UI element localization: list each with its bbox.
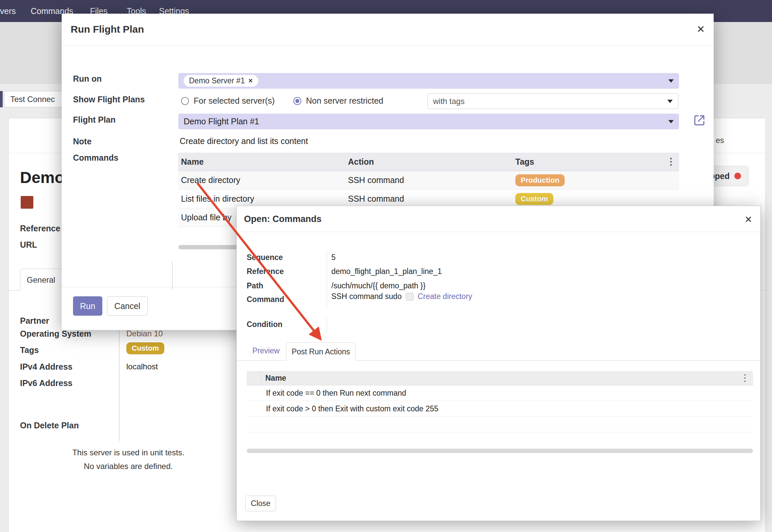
table-row[interactable]: If exit code == 0 then Run next command bbox=[247, 385, 753, 401]
flight-plan-value: Demo Flight Plan #1 bbox=[184, 117, 259, 126]
status-dot-icon bbox=[734, 173, 741, 179]
field-label-on-delete-plan: On Delete Plan bbox=[20, 421, 79, 430]
table-row[interactable]: Create directory SSH command Production bbox=[178, 171, 679, 190]
screen: vers Commands Files Tools Settings Test … bbox=[0, 0, 772, 532]
form-column-divider bbox=[119, 315, 120, 441]
radio-label-non-server-restricted[interactable]: Non server restricted bbox=[306, 96, 383, 106]
table-row-empty bbox=[247, 417, 753, 432]
col-header-action[interactable]: Action bbox=[348, 157, 515, 167]
label-flight-plan: Flight Plan bbox=[73, 115, 116, 125]
cell-name: If exit code > 0 then Exit with custom e… bbox=[266, 404, 438, 413]
modal-title: Open: Commands bbox=[244, 214, 322, 224]
cell-action: SSH command bbox=[348, 194, 515, 204]
cancel-button[interactable]: Cancel bbox=[107, 296, 148, 316]
field-label-reference: Reference bbox=[20, 224, 60, 233]
with-tags-value: with tags bbox=[433, 97, 465, 106]
run-on-field[interactable]: Demo Server #1 ✕ bbox=[178, 73, 679, 89]
server-tag-chip-label: Demo Server #1 bbox=[189, 76, 245, 85]
path-value: /such/much/{{ demo_path }} bbox=[331, 281, 426, 290]
close-button[interactable]: Close bbox=[245, 496, 276, 511]
col-header-name[interactable]: Name bbox=[261, 374, 286, 383]
cell-name: Create directory bbox=[178, 175, 348, 185]
label-condition: Condition bbox=[247, 320, 282, 329]
server-tag-badge[interactable]: Custom bbox=[126, 342, 164, 354]
note-line-2: No variables are defined. bbox=[9, 459, 248, 473]
reference-value: demo_flight_plan_1_plan_line_1 bbox=[331, 267, 442, 276]
note-line-1: This server is used in unit tests. bbox=[9, 446, 248, 459]
command-value: SSH command sudo bbox=[331, 292, 402, 301]
radio-label-for-selected-servers[interactable]: For selected server(s) bbox=[194, 96, 275, 106]
field-label-url: URL bbox=[20, 240, 37, 250]
tag-badge-production: Production bbox=[515, 174, 565, 186]
tab-post-run-actions[interactable]: Post Run Actions bbox=[286, 342, 356, 361]
chevron-down-icon[interactable] bbox=[668, 120, 674, 123]
field-column-divider bbox=[327, 318, 327, 333]
cell-name: List files in directory bbox=[178, 194, 348, 204]
field-label-ipv6: IPv6 Address bbox=[20, 378, 72, 388]
label-note: Note bbox=[73, 137, 92, 146]
cell-name: If exit code == 0 then Run next command bbox=[266, 389, 406, 398]
chevron-down-icon[interactable] bbox=[668, 79, 674, 83]
flight-plan-description: Create directory and list its content bbox=[180, 136, 308, 146]
server-color-swatch[interactable] bbox=[21, 196, 33, 209]
nav-item-servers-partial[interactable]: vers bbox=[0, 0, 16, 22]
checkbox[interactable] bbox=[406, 293, 414, 301]
col-header-tags[interactable]: Tags bbox=[515, 157, 666, 167]
open-commands-modal: Open: Commands ✕ Sequence Reference Path… bbox=[236, 206, 761, 521]
kebab-menu-icon[interactable]: ⋮ bbox=[666, 157, 679, 166]
with-tags-select[interactable]: with tags bbox=[427, 93, 678, 109]
field-label-ipv4: IPv4 Address bbox=[20, 362, 72, 372]
field-label-operating-system: Operating System bbox=[20, 329, 91, 339]
ipv4-value: localhost bbox=[126, 362, 158, 371]
horizontal-scrollbar[interactable] bbox=[247, 449, 753, 453]
remove-tag-icon[interactable]: ✕ bbox=[248, 77, 253, 84]
label-sequence: Sequence bbox=[247, 253, 283, 262]
create-directory-link[interactable]: Create directory bbox=[418, 292, 472, 301]
clipped-button-sliver[interactable] bbox=[0, 91, 3, 107]
cell-action: SSH command bbox=[348, 175, 515, 185]
server-notes: This server is used in unit tests. No va… bbox=[9, 446, 248, 473]
tab-preview[interactable]: Preview bbox=[252, 346, 280, 355]
server-tag-chip[interactable]: Demo Server #1 ✕ bbox=[184, 75, 258, 87]
radio-non-server-restricted[interactable] bbox=[293, 97, 301, 105]
left-scrollbar-stub bbox=[172, 261, 173, 290]
post-run-actions-table-header: Name ⋮ bbox=[247, 371, 753, 385]
label-command: Command bbox=[247, 295, 284, 304]
sequence-value: 5 bbox=[331, 253, 336, 262]
page-title: Demo bbox=[20, 168, 64, 187]
clipped-text: es bbox=[716, 136, 724, 145]
modal-header-divider bbox=[237, 232, 760, 232]
col-header-name[interactable]: Name bbox=[178, 157, 348, 167]
table-row[interactable]: If exit code > 0 then Exit with custom e… bbox=[247, 401, 753, 417]
label-commands: Commands bbox=[73, 153, 118, 163]
kebab-menu-icon[interactable]: ⋮ bbox=[740, 373, 753, 383]
modal-header-divider bbox=[62, 45, 714, 46]
field-label-tags: Tags bbox=[20, 345, 39, 355]
chevron-down-icon[interactable] bbox=[667, 100, 673, 103]
flight-plan-field[interactable]: Demo Flight Plan #1 bbox=[178, 114, 679, 129]
label-path: Path bbox=[247, 281, 263, 290]
radio-for-selected-servers[interactable] bbox=[181, 97, 189, 105]
command-value-row: SSH command sudo Create directory bbox=[331, 292, 472, 301]
label-show-flight-plans: Show Flight Plans bbox=[73, 95, 145, 104]
select-column-cell bbox=[247, 371, 261, 385]
operating-system-value-link[interactable]: Debian 10 bbox=[126, 329, 163, 338]
field-label-partner: Partner bbox=[20, 316, 49, 326]
modal-title: Run Flight Plan bbox=[71, 24, 144, 35]
test-connection-button[interactable]: Test Connec bbox=[4, 91, 63, 107]
close-icon[interactable]: ✕ bbox=[745, 215, 752, 225]
tag-badge-custom: Custom bbox=[515, 193, 553, 205]
label-reference: Reference bbox=[247, 267, 284, 276]
commands-table-header: Name Action Tags ⋮ bbox=[178, 153, 679, 171]
run-button[interactable]: Run bbox=[73, 296, 102, 316]
tab-general[interactable]: General bbox=[20, 269, 62, 291]
field-column-divider bbox=[327, 250, 327, 307]
label-run-on: Run on bbox=[73, 74, 102, 84]
external-link-icon[interactable] bbox=[693, 114, 705, 126]
close-icon[interactable]: ✕ bbox=[697, 24, 705, 34]
